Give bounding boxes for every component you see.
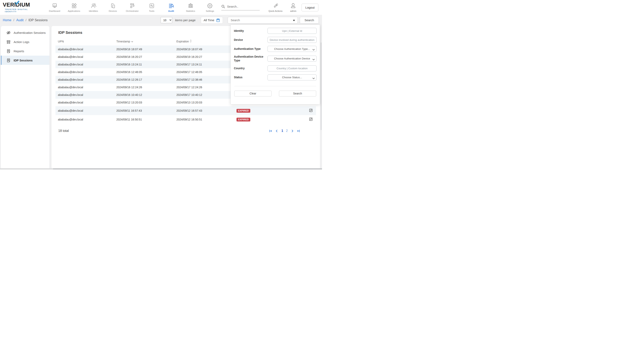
logout-button[interactable]: Logout — [302, 3, 318, 11]
top-search-input[interactable] — [227, 5, 253, 8]
filter-field-row: Authentication Device Type Choose Authen… — [234, 55, 316, 62]
nav-item-orchestrator[interactable]: Orchestrator — [122, 3, 142, 12]
chevron-down-icon — [312, 48, 315, 51]
cell-upn: ababalau@dev.local — [56, 99, 114, 106]
chevron-down-icon — [312, 58, 315, 61]
cell-expiration: 2024/09/17 13:24:11 — [174, 61, 234, 68]
user-label: admin — [290, 10, 296, 12]
horizontal-scrollbar-thumb[interactable] — [53, 168, 322, 169]
open-session-icon[interactable] — [309, 117, 313, 121]
nav-item-identities[interactable]: Identities — [84, 3, 103, 12]
cell-timestamp: 2024/09/16 13:24:11 — [114, 61, 174, 68]
combo-dropdown-icon[interactable] — [293, 20, 295, 21]
page-number-1[interactable]: 1 — [281, 129, 283, 133]
cell-timestamp: 2024/09/16 10:40:12 — [114, 91, 174, 99]
quick-actions-button[interactable]: Quick Actions — [268, 3, 282, 12]
total-count: 18 total — [58, 129, 69, 133]
items-per-page-label: items per page — [175, 18, 196, 22]
items-per-page-select[interactable]: 10 — [160, 17, 172, 23]
table-row[interactable]: ababalau@dev.local 2024/09/11 16:50:51 2… — [56, 115, 316, 124]
audit-sidebar: Authentication Sessions Action Logs Repo… — [1, 26, 50, 169]
cell-status: EXPIRED — [234, 115, 298, 124]
last-page-button[interactable] — [297, 130, 300, 132]
nav-item-audit[interactable]: Audit — [162, 3, 181, 12]
cell-expiration: 2024/09/12 16:50:51 — [174, 115, 234, 124]
filter-clear-button[interactable]: Clear — [234, 91, 272, 96]
user-menu[interactable]: admin — [290, 3, 296, 12]
filter-search-button[interactable]: Search — [279, 91, 316, 96]
filter-field-row: Authentication Type Choose Authenticatio… — [234, 46, 316, 52]
filter-field-row: Status Choose Status... — [234, 74, 316, 80]
top-navbar: VERIDIUM TRUSTED DIGITAL IDENTITY Dashbo… — [0, 0, 322, 15]
sidebar-item-idp-sessions[interactable]: IDP Sessions — [1, 56, 50, 65]
cell-upn: ababalau@dev.local — [56, 91, 114, 99]
calendar-icon — [216, 18, 220, 22]
logo-title: VERIDIUM — [3, 2, 40, 7]
list-search-button[interactable]: Search — [300, 17, 319, 24]
cell-timestamp: 2024/09/11 16:57:43 — [114, 106, 174, 115]
filter-input-identity[interactable] — [268, 28, 316, 34]
user-icon — [290, 3, 296, 9]
filter-panel: Identity Device Authentication Type Choo… — [230, 25, 320, 104]
prev-page-button[interactable] — [276, 130, 278, 132]
open-session-icon[interactable] — [309, 108, 313, 112]
logo-subtitle: TRUSTED DIGITAL IDENTITY — [3, 8, 40, 12]
filter-field-label: Status — [234, 75, 268, 79]
tools-icon — [149, 3, 155, 9]
report-icon — [6, 58, 10, 62]
next-page-button[interactable] — [292, 130, 293, 132]
nav-item-devices[interactable]: Devices — [103, 3, 122, 12]
time-filter-label: All Time — [204, 18, 214, 22]
devices-icon — [110, 3, 116, 9]
column-header-expiration[interactable]: Expiration — [174, 38, 234, 45]
audit-icon — [168, 3, 174, 9]
cell-upn: ababalau@dev.local — [56, 76, 114, 83]
filter-select-status[interactable]: Choose Status... — [268, 74, 316, 80]
nav-item-tools[interactable]: Tools — [142, 3, 162, 12]
cell-upn: ababalau@dev.local — [56, 68, 114, 76]
nav-item-statistics[interactable]: Statistics — [181, 3, 200, 12]
sort-desc-icon — [131, 40, 133, 43]
filter-input-country[interactable] — [268, 65, 316, 71]
filter-input-device[interactable] — [268, 37, 316, 43]
settings-icon — [207, 3, 213, 9]
time-filter-button[interactable]: All Time — [201, 17, 223, 24]
breadcrumb-separator: / — [26, 18, 26, 22]
cell-expiration: 2024/09/17 10:40:12 — [174, 91, 234, 99]
app-window: VERIDIUM TRUSTED DIGITAL IDENTITY Dashbo… — [0, 0, 322, 169]
sidebar-item-reports[interactable]: Reports — [1, 46, 50, 56]
orchestrator-icon — [129, 3, 135, 9]
cell-expiration: 2024/09/12 16:57:43 — [174, 106, 234, 115]
filter-field-row: Country — [234, 65, 316, 71]
table-row[interactable]: ababalau@dev.local 2024/09/11 16:57:43 2… — [56, 106, 316, 115]
first-page-button[interactable] — [269, 130, 272, 132]
cell-upn: ababalau@dev.local — [56, 45, 114, 53]
vertical-scrollbar-thumb[interactable] — [320, 42, 322, 130]
chevron-down-icon — [312, 76, 315, 80]
breadcrumb-separator: / — [14, 18, 14, 22]
nav-item-applications[interactable]: Applications — [64, 3, 84, 12]
list-controls: 10 items per page All Time Search — [160, 17, 319, 24]
list-search-input[interactable] — [228, 17, 298, 23]
cell-upn: ababalau@dev.local — [56, 115, 114, 124]
filter-field-row: Identity — [234, 28, 316, 34]
filter-select-authentication-device-type[interactable]: Choose Authentication Device — [268, 56, 316, 62]
cell-timestamp: 2024/09/18 16:20:27 — [114, 53, 174, 61]
nav-item-settings[interactable]: Settings — [200, 3, 220, 12]
cell-timestamp: 2024/09/16 12:46:05 — [114, 68, 174, 76]
nav-item-dashboard[interactable]: Dashboard — [45, 3, 64, 12]
cell-expiration: 2024/09/17 12:24:26 — [174, 83, 234, 91]
column-header-timestamp[interactable]: Timestamp — [114, 38, 174, 45]
page-numbers: 12 — [281, 129, 288, 133]
table-footer: 18 total 12 — [56, 129, 316, 133]
sidebar-item-action-logs[interactable]: Action Logs — [1, 37, 50, 46]
page-number-2[interactable]: 2 — [286, 129, 288, 133]
cell-upn: ababalau@dev.local — [56, 61, 114, 68]
sidebar-item-authentication-sessions[interactable]: Authentication Sessions — [1, 28, 50, 37]
filter-select-authentication-type[interactable]: Choose Authentication Type... — [268, 46, 316, 52]
breadcrumb-home[interactable]: Home — [3, 18, 12, 22]
cell-timestamp: 2024/09/16 12:24:26 — [114, 83, 174, 91]
breadcrumb-audit[interactable]: Audit — [16, 18, 24, 22]
logo-check-icon — [14, 0, 20, 5]
cell-upn: ababalau@dev.local — [56, 83, 114, 91]
